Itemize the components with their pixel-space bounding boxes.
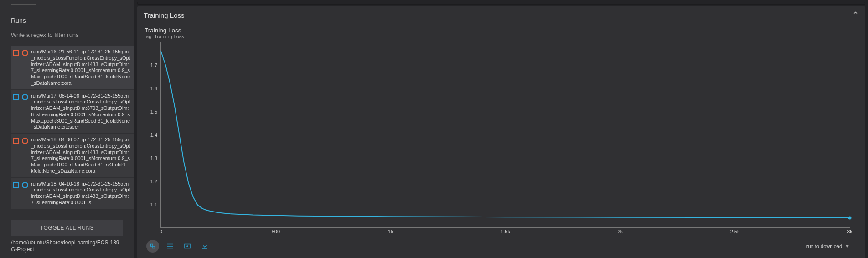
run-item[interactable]: runs/Mar18_04-10-18_ip-172-31-25-155gcn_… — [11, 178, 134, 209]
panel-title: Training Loss — [144, 11, 185, 19]
x-tick-label: 2.5k — [730, 229, 740, 234]
run-download-dropdown[interactable]: run to download ▼ — [806, 243, 850, 249]
y-tick-label: 1.4 — [150, 132, 157, 138]
x-gridline — [196, 42, 196, 227]
download-chart-icon[interactable] — [198, 240, 211, 253]
run-checkbox[interactable] — [13, 94, 19, 100]
logdir-path: /home/ubuntu/Share/deepLearning/ECS-189G… — [0, 236, 134, 253]
main-area: Training Loss ⌃ Training Loss tag: Train… — [134, 0, 868, 258]
x-tick-label: 1k — [388, 229, 393, 234]
panel-collapse-button[interactable]: ⌃ — [852, 10, 859, 20]
x-tick-label: 500 — [272, 229, 280, 234]
run-item[interactable]: runs/Mar17_08-14-06_ip-172-31-25-155gcn_… — [11, 90, 134, 134]
runs-filter-input[interactable] — [11, 29, 123, 41]
run-label: runs/Mar17_08-14-06_ip-172-31-25-155gcn_… — [31, 93, 130, 131]
y-tick-label: 1.6 — [150, 86, 157, 91]
run-label: runs/Mar16_21-56-11_ip-172-31-25-155gcn_… — [31, 49, 130, 87]
run-checkbox[interactable] — [13, 50, 19, 56]
x-tick-label: 2k — [618, 229, 623, 234]
y-tick-label: 1.2 — [150, 179, 157, 184]
y-tick-label: 1.3 — [150, 155, 157, 161]
training-loss-panel: Training Loss ⌃ Training Loss tag: Train… — [137, 6, 865, 258]
svg-point-6 — [187, 246, 188, 247]
y-tick-label: 1.1 — [150, 202, 157, 207]
list-view-icon[interactable] — [164, 240, 176, 253]
fullscreen-chart-icon[interactable] — [181, 240, 194, 253]
x-gridline — [506, 42, 506, 227]
plot-area[interactable]: 05001k1.5k2k2.5k3k — [160, 42, 850, 228]
chart-title: Training Loss — [145, 27, 861, 34]
x-gridline — [735, 42, 735, 227]
expand-chart-button[interactable] — [146, 240, 159, 253]
run-color-swatch-icon[interactable] — [22, 50, 28, 56]
x-tick-label: 0 — [160, 229, 162, 234]
y-axis: 1.11.21.31.41.51.61.7 — [142, 42, 160, 228]
toggle-all-runs-button[interactable]: TOGGLE ALL RUNS — [11, 220, 123, 236]
chart[interactable]: 1.11.21.31.41.51.61.7 05001k1.5k2k2.5k3k — [142, 40, 861, 228]
series-end-marker-icon — [848, 216, 852, 219]
run-color-swatch-icon[interactable] — [22, 182, 28, 188]
dropdown-caret-icon: ▼ — [845, 243, 850, 249]
run-item[interactable]: runs/Mar16_21-56-11_ip-172-31-25-155gcn_… — [11, 46, 134, 89]
y-tick-label: 1.7 — [150, 62, 157, 68]
run-label: runs/Mar18_04-06-07_ip-172-31-25-155gcn_… — [31, 137, 130, 175]
runs-section-label: Runs — [0, 11, 134, 26]
run-color-swatch-icon[interactable] — [22, 138, 28, 144]
run-item[interactable]: runs/Mar18_04-06-07_ip-172-31-25-155gcn_… — [11, 134, 134, 177]
sidebar: Runs runs/Mar16_21-56-11_ip-172-31-25-15… — [0, 0, 134, 258]
svg-rect-2 — [167, 244, 173, 245]
x-gridline — [620, 42, 620, 227]
y-tick-label: 1.5 — [150, 109, 157, 114]
run-checkbox[interactable] — [13, 182, 19, 188]
x-tick-label: 1.5k — [501, 229, 510, 234]
run-checkbox[interactable] — [13, 138, 19, 144]
run-label: runs/Mar18_04-10-18_ip-172-31-25-155gcn_… — [31, 181, 130, 206]
sidebar-collapsed-button[interactable] — [11, 4, 36, 5]
x-gridline — [850, 42, 850, 227]
run-download-label: run to download — [806, 243, 842, 249]
runs-list[interactable]: runs/Mar16_21-56-11_ip-172-31-25-155gcn_… — [11, 46, 134, 218]
panel-header[interactable]: Training Loss ⌃ — [137, 6, 865, 24]
x-gridline — [391, 42, 391, 227]
run-color-swatch-icon[interactable] — [22, 94, 28, 100]
svg-rect-4 — [167, 248, 173, 249]
x-gridline — [276, 42, 276, 227]
chart-tag: tag: Training Loss — [145, 34, 861, 39]
panel-spacer — [137, 2, 865, 5]
svg-rect-3 — [167, 246, 173, 247]
svg-rect-1 — [153, 246, 155, 248]
chart-toolbar — [146, 240, 211, 253]
x-tick-label: 3k — [847, 229, 852, 234]
